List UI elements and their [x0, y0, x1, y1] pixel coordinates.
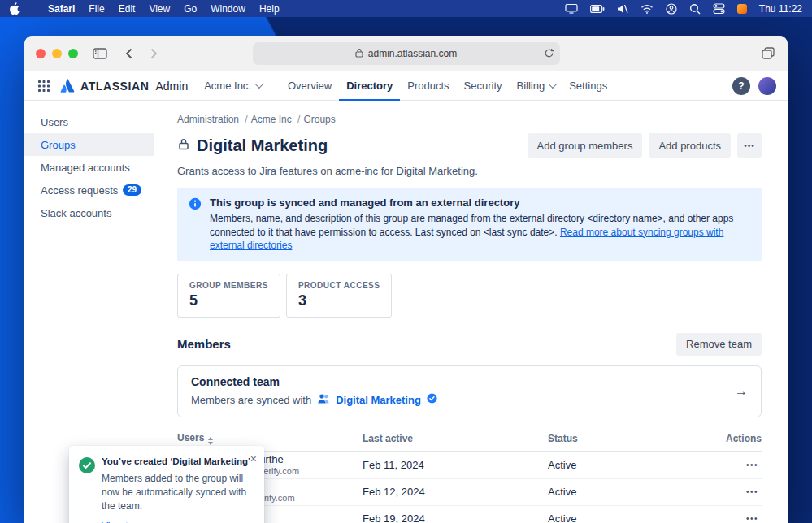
- row-actions-button[interactable]: •••: [743, 484, 762, 499]
- control-center-icon[interactable]: [713, 3, 725, 14]
- stat-value: 3: [298, 292, 380, 309]
- display-icon[interactable]: [565, 3, 578, 14]
- sort-icon: [208, 437, 213, 445]
- lock-icon: [177, 137, 190, 154]
- verified-icon: [427, 393, 437, 406]
- nav-item[interactable]: Products: [400, 71, 456, 101]
- menu-bar-item[interactable]: View: [149, 3, 170, 15]
- wifi-icon[interactable]: [640, 4, 654, 14]
- more-actions-button[interactable]: •••: [737, 133, 762, 158]
- weather-icon[interactable]: [737, 4, 747, 14]
- remove-team-button[interactable]: Remove team: [676, 333, 762, 356]
- sidebar-item[interactable]: Managed accounts: [24, 156, 154, 179]
- minimize-window-button[interactable]: [52, 49, 62, 58]
- atlassian-logo[interactable]: ATLASSIAN Admin: [60, 78, 188, 93]
- forward-button[interactable]: [149, 46, 159, 61]
- address-bar[interactable]: admin.atlassian.com: [253, 42, 560, 65]
- page-description: Grants access to Jira features on acme-i…: [177, 165, 762, 177]
- breadcrumb-link[interactable]: Groups: [303, 114, 335, 125]
- admin-header: ATLASSIAN Admin Acme Inc. Overview Direc…: [24, 71, 788, 101]
- stat-card: PRODUCT ACCESS 3: [286, 274, 393, 318]
- table-header: Users Last active Status Actions: [177, 428, 762, 452]
- back-button[interactable]: [124, 46, 134, 61]
- brand-name: ATLASSIAN: [80, 80, 149, 93]
- sidebar-toggle-button[interactable]: [91, 46, 109, 61]
- breadcrumb-link[interactable]: Administration: [177, 114, 248, 125]
- column-actions: Actions: [726, 433, 762, 444]
- members-table: Users Last active Status Actions Alexand…: [177, 428, 762, 523]
- nav-item[interactable]: Security: [457, 71, 510, 101]
- toast-close-icon[interactable]: ×: [250, 453, 257, 465]
- banner-title: This group is synced and managed from an…: [210, 197, 746, 209]
- tab-overview-icon[interactable]: [760, 45, 776, 61]
- count-badge: 29: [123, 184, 141, 196]
- connected-team-title: Connected team: [191, 375, 437, 388]
- menu-bar-item[interactable]: Safari: [48, 3, 75, 15]
- toast-body: Members added to the group will now be a…: [102, 472, 253, 512]
- nav-item[interactable]: Settings: [562, 71, 614, 101]
- nav-item-label: Billing: [517, 80, 545, 92]
- column-last-active: Last active: [363, 433, 548, 444]
- sidebar-item[interactable]: Access requests 29: [24, 179, 154, 201]
- banner-body: Members, name, and description of this g…: [210, 212, 746, 253]
- profile-avatar[interactable]: [758, 77, 776, 95]
- column-users[interactable]: Users: [177, 432, 363, 445]
- menu-bar-item[interactable]: Window: [211, 3, 245, 15]
- connected-team-name[interactable]: Digital Marketing: [336, 394, 421, 406]
- column-users-label: Users: [177, 432, 204, 443]
- add-group-members-button[interactable]: Add group members: [528, 133, 643, 158]
- sidebar-item[interactable]: Groups: [24, 133, 154, 156]
- table-body: Alexander Hirthe ahirthe@prosperify.com …: [177, 452, 762, 523]
- table-row: Alexander Hirthe ahirthe@prosperify.com …: [177, 452, 762, 479]
- last-active-cell: Feb 11, 2024: [363, 459, 548, 471]
- menu-bar-item[interactable]: Go: [184, 3, 197, 15]
- menu-bar-item[interactable]: Help: [259, 3, 280, 15]
- close-window-button[interactable]: [36, 49, 46, 58]
- mute-icon[interactable]: [617, 4, 628, 14]
- menu-bar-item[interactable]: File: [89, 3, 104, 15]
- table-row: Bennie Swift bswift@prosperify.com Feb 1…: [177, 479, 762, 506]
- zoom-window-button[interactable]: [68, 49, 78, 58]
- help-button[interactable]: ?: [732, 77, 750, 95]
- stat-cards: GROUP MEMBERS 5 PRODUCT ACCESS 3: [177, 274, 762, 318]
- status-cell: Active: [548, 512, 710, 523]
- stat-card: GROUP MEMBERS 5: [177, 274, 280, 318]
- spotlight-search-icon[interactable]: [689, 3, 701, 15]
- user-menu-icon[interactable]: [666, 3, 677, 15]
- sidebar-item-label: Slack accounts: [41, 207, 111, 219]
- status-cell: Active: [548, 459, 710, 471]
- window-controls: [36, 49, 78, 58]
- nav-item-label: Security: [464, 80, 502, 92]
- stat-value: 5: [189, 292, 268, 309]
- sync-info-banner: This group is synced and managed from an…: [177, 188, 762, 262]
- nav-item[interactable]: Billing: [510, 71, 562, 101]
- org-switcher[interactable]: Acme Inc.: [204, 80, 261, 92]
- sidebar-item-label: Users: [41, 116, 68, 128]
- sidebar-item-label: Access requests: [41, 184, 118, 197]
- app-switcher-icon[interactable]: [36, 78, 52, 94]
- apple-menu-icon[interactable]: [10, 2, 20, 15]
- sidebar-item-label: Managed accounts: [41, 162, 130, 174]
- info-icon: [189, 197, 202, 253]
- add-products-button[interactable]: Add products: [649, 133, 731, 158]
- open-team-arrow-icon[interactable]: →: [735, 384, 748, 399]
- brand-suffix: Admin: [155, 80, 188, 93]
- row-actions-button[interactable]: •••: [743, 511, 762, 523]
- menu-bar-clock[interactable]: Thu 11:22: [759, 3, 802, 15]
- nav-item[interactable]: Overview: [280, 71, 339, 101]
- sidebar-item[interactable]: Slack accounts: [24, 201, 154, 224]
- sidebar-item[interactable]: Users: [24, 110, 154, 133]
- breadcrumb-link[interactable]: Acme Inc: [251, 114, 301, 125]
- breadcrumb: Administration Acme Inc Groups: [177, 114, 762, 125]
- nav-item-label: Overview: [288, 80, 332, 92]
- nav-item[interactable]: Directory: [339, 71, 400, 101]
- org-name: Acme Inc.: [204, 80, 251, 92]
- refresh-icon[interactable]: [544, 48, 554, 58]
- row-actions-button[interactable]: •••: [743, 457, 762, 473]
- url-text: admin.atlassian.com: [368, 48, 457, 59]
- battery-icon[interactable]: [590, 5, 605, 13]
- menu-bar-item[interactable]: Edit: [119, 3, 136, 15]
- nav-item-label: Directory: [346, 80, 393, 92]
- table-row: Feb 19, 2024 Active •••: [177, 506, 762, 523]
- members-heading: Members: [177, 337, 231, 351]
